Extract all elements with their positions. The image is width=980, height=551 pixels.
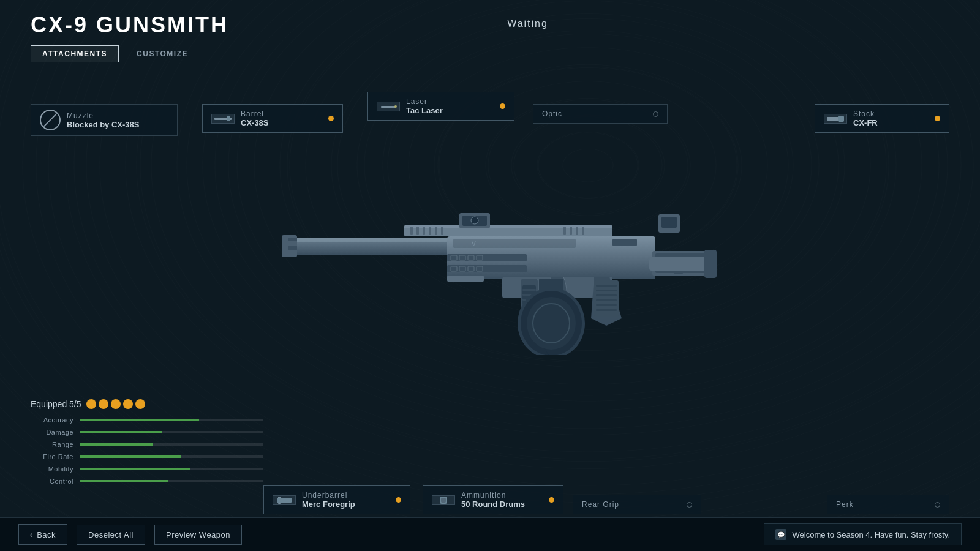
- optic-label: Optic: [542, 110, 562, 118]
- stock-icon: [824, 114, 847, 124]
- stat-name: Damage: [31, 429, 74, 436]
- svg-rect-18: [441, 227, 443, 235]
- stat-row: Range: [31, 441, 263, 448]
- reargrip-text: Rear Grip: [582, 500, 619, 509]
- barrel-label: Barrel: [241, 110, 269, 118]
- stats-container: Accuracy Damage Range Fire Rate Mobility: [31, 416, 263, 485]
- svg-rect-73: [441, 498, 446, 503]
- back-arrow: ‹: [30, 530, 33, 539]
- muzzle-text: Muzzle Blocked by CX-38S: [67, 111, 140, 129]
- stat-name: Mobility: [31, 465, 74, 473]
- stat-row: Control: [31, 478, 263, 485]
- ammunition-value: 50 Round Drums: [461, 500, 525, 509]
- tabs: ATTACHMENTS CUSTOMIZE: [31, 45, 228, 62]
- tab-attachments[interactable]: ATTACHMENTS: [31, 45, 119, 62]
- svg-rect-58: [704, 250, 717, 278]
- laser-dot: [500, 103, 505, 109]
- svg-rect-36: [596, 290, 617, 291]
- stat-bar-bg: [80, 468, 263, 470]
- stat-row: Accuracy: [31, 416, 263, 424]
- svg-rect-4: [827, 117, 839, 121]
- slot-reargrip[interactable]: Rear Grip: [573, 495, 701, 514]
- slot-barrel[interactable]: Barrel CX-38S: [202, 104, 343, 133]
- stat-bar-fill: [80, 468, 190, 470]
- underbarrel-value: Merc Foregrip: [302, 500, 355, 509]
- stat-bar-bg: [80, 480, 263, 482]
- stat-bar-fill: [80, 443, 153, 446]
- slot-perk[interactable]: Perk: [827, 495, 949, 514]
- laser-icon: [377, 102, 400, 111]
- preview-button[interactable]: Preview Weapon: [154, 525, 242, 545]
- underbarrel-label: Underbarrel: [302, 491, 355, 500]
- back-button[interactable]: ‹ Back: [18, 524, 67, 545]
- svg-rect-39: [596, 304, 617, 306]
- waiting-status: Waiting: [507, 18, 548, 29]
- stat-row: Damage: [31, 429, 263, 436]
- barrel-dot: [328, 116, 334, 121]
- perk-text: Perk: [836, 500, 854, 509]
- stat-name: Fire Rate: [31, 453, 74, 460]
- stats-panel: Equipped 5/5 Accuracy Damage Range: [31, 399, 263, 490]
- ammunition-dot: [549, 497, 554, 503]
- reargrip-dot: [687, 502, 692, 508]
- svg-point-3: [394, 105, 397, 108]
- svg-rect-21: [576, 227, 578, 235]
- laser-text: Laser Tac Laser: [406, 97, 443, 115]
- stock-text: Stock CX-FR: [853, 110, 878, 127]
- svg-rect-37: [596, 294, 617, 296]
- tab-customize[interactable]: CUSTOMIZE: [125, 45, 200, 62]
- stat-bar-fill: [80, 431, 162, 433]
- svg-rect-15: [423, 227, 425, 235]
- underbarrel-dot: [396, 497, 401, 503]
- ammunition-text: Ammunition 50 Round Drums: [461, 491, 525, 509]
- gun-svg: V: [257, 171, 723, 355]
- svg-rect-71: [277, 498, 292, 503]
- equipped-dots: [86, 399, 145, 409]
- page-title: CX-9 GUNSMITH: [31, 12, 228, 38]
- equipped-label: Equipped 5/5: [31, 399, 263, 409]
- barrel-icon: [211, 114, 235, 124]
- svg-rect-27: [662, 217, 677, 228]
- stat-name: Accuracy: [31, 416, 74, 424]
- svg-rect-2: [381, 106, 396, 108]
- stat-name: Control: [31, 478, 74, 485]
- svg-rect-52: [539, 279, 564, 291]
- equipped-text: Equipped 5/5: [31, 399, 81, 409]
- slot-stock[interactable]: Stock CX-FR: [815, 104, 949, 133]
- underbarrel-text: Underbarrel Merc Foregrip: [302, 491, 355, 509]
- slot-laser[interactable]: Laser Tac Laser: [368, 92, 514, 121]
- svg-rect-57: [674, 271, 683, 274]
- svg-rect-38: [596, 299, 617, 301]
- svg-rect-22: [582, 227, 584, 235]
- svg-rect-16: [429, 227, 431, 235]
- blocked-icon: [40, 110, 61, 130]
- svg-rect-31: [612, 239, 637, 246]
- notification-icon: 💬: [775, 529, 786, 540]
- eq-dot-2: [99, 399, 108, 409]
- slot-optic[interactable]: Optic: [533, 104, 668, 124]
- perk-label: Perk: [836, 500, 854, 509]
- slot-ammunition[interactable]: Ammunition 50 Round Drums: [423, 485, 564, 514]
- stat-row: Mobility: [31, 465, 263, 473]
- svg-rect-56: [674, 254, 683, 257]
- slot-muzzle[interactable]: Muzzle Blocked by CX-38S: [31, 104, 178, 136]
- reargrip-label: Rear Grip: [582, 500, 619, 509]
- notification-text: Welcome to Season 4. Have fun. Stay fros…: [793, 530, 950, 539]
- deselect-button[interactable]: Deselect All: [77, 525, 145, 545]
- deselect-label: Deselect All: [88, 530, 134, 539]
- stat-bar-fill: [80, 480, 168, 482]
- slot-underbarrel[interactable]: Underbarrel Merc Foregrip: [263, 485, 410, 514]
- notification-bar: 💬 Welcome to Season 4. Have fun. Stay fr…: [764, 523, 962, 545]
- muzzle-label: Muzzle: [67, 111, 140, 120]
- svg-rect-9: [288, 238, 297, 241]
- svg-rect-7: [294, 238, 466, 242]
- svg-rect-17: [435, 227, 437, 235]
- stat-row: Fire Rate: [31, 453, 263, 460]
- svg-rect-5: [838, 116, 844, 122]
- optic-text: Optic: [542, 110, 562, 118]
- stat-bar-fill: [80, 455, 181, 458]
- svg-rect-40: [596, 309, 617, 311]
- muzzle-value: Blocked by CX-38S: [67, 120, 140, 129]
- svg-text:V: V: [472, 241, 476, 247]
- laser-value: Tac Laser: [406, 106, 443, 115]
